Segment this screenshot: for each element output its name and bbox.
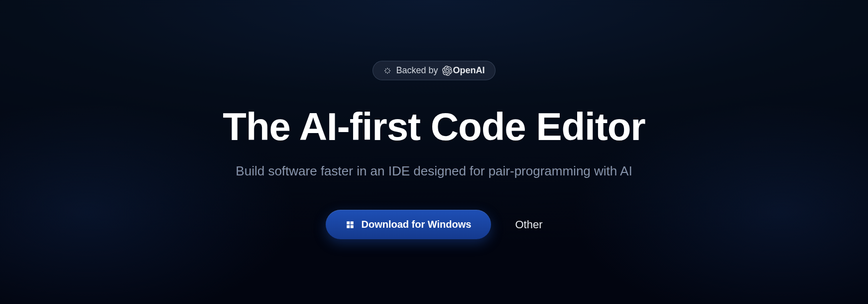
page-subhead: Build software faster in an IDE designed… <box>236 163 632 179</box>
openai-text: OpenAI <box>453 65 485 76</box>
download-label: Download for Windows <box>362 219 472 230</box>
svg-rect-3 <box>350 225 353 228</box>
sparkle-icon <box>383 66 392 75</box>
badge-prefix: Backed by <box>396 65 438 76</box>
svg-rect-0 <box>347 221 350 224</box>
backed-by-badge: Backed by OpenAI <box>372 61 495 80</box>
page-headline: The AI-first Code Editor <box>223 104 645 150</box>
windows-icon <box>346 220 355 229</box>
cta-row: Download for Windows Other <box>326 210 543 239</box>
openai-icon <box>442 66 452 76</box>
svg-rect-2 <box>347 225 350 228</box>
svg-rect-1 <box>350 221 353 224</box>
download-button[interactable]: Download for Windows <box>326 210 492 239</box>
openai-logo: OpenAI <box>442 65 485 76</box>
other-link[interactable]: Other <box>515 218 542 231</box>
